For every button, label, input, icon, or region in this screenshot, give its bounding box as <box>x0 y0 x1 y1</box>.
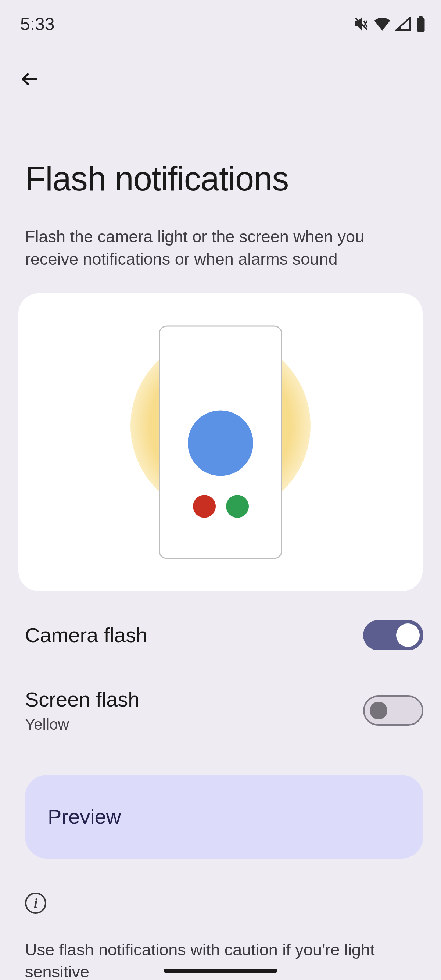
illustration-card <box>18 293 423 591</box>
wifi-icon <box>374 17 390 30</box>
preview-button[interactable]: Preview <box>25 775 423 859</box>
back-button[interactable] <box>18 68 41 92</box>
illustration-phone <box>159 325 282 559</box>
info-icon <box>25 892 46 914</box>
signal-icon <box>395 17 411 31</box>
illustration-dot-red <box>193 495 216 517</box>
screen-flash-label: Screen flash <box>25 687 139 711</box>
illustration-dot-blue <box>188 410 253 476</box>
camera-flash-label: Camera flash <box>25 623 147 647</box>
toggle-knob <box>396 624 420 647</box>
screen-flash-color: Yellow <box>25 716 139 733</box>
status-icons <box>353 16 425 32</box>
setting-camera-flash[interactable]: Camera flash <box>0 613 441 657</box>
preview-label: Preview <box>48 805 121 829</box>
svg-rect-2 <box>419 16 423 19</box>
setting-divider <box>345 694 345 727</box>
navigation-handle[interactable] <box>164 969 277 973</box>
page-title: Flash notifications <box>25 159 441 198</box>
status-bar: 5:33 <box>0 0 441 37</box>
svg-rect-1 <box>417 18 425 32</box>
info-section: Use flash notifications with caution if … <box>25 892 423 980</box>
battery-icon <box>416 16 425 32</box>
setting-screen-flash[interactable]: Screen flash Yellow <box>0 683 441 738</box>
status-time: 5:33 <box>20 14 54 34</box>
arrow-left-icon <box>19 69 39 91</box>
screen-flash-toggle[interactable] <box>363 695 423 725</box>
page-description: Flash the camera light or the screen whe… <box>25 226 415 270</box>
mute-icon <box>353 16 369 32</box>
illustration-dot-green <box>226 495 249 517</box>
info-text: Use flash notifications with caution if … <box>25 939 423 980</box>
camera-flash-toggle[interactable] <box>363 620 423 650</box>
toggle-knob <box>370 702 387 719</box>
